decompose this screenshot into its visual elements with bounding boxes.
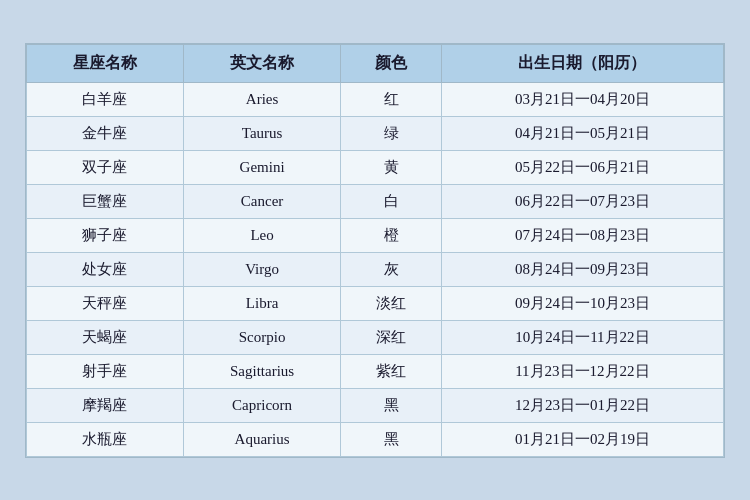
cell-1-2: 绿: [341, 116, 442, 150]
cell-0-3: 03月21日一04月20日: [441, 82, 723, 116]
table-row: 巨蟹座Cancer白06月22日一07月23日: [27, 184, 724, 218]
cell-7-3: 10月24日一11月22日: [441, 320, 723, 354]
cell-5-1: Virgo: [183, 252, 340, 286]
table-row: 金牛座Taurus绿04月21日一05月21日: [27, 116, 724, 150]
table-row: 白羊座Aries红03月21日一04月20日: [27, 82, 724, 116]
cell-6-3: 09月24日一10月23日: [441, 286, 723, 320]
cell-1-3: 04月21日一05月21日: [441, 116, 723, 150]
cell-4-0: 狮子座: [27, 218, 184, 252]
cell-10-0: 水瓶座: [27, 422, 184, 456]
cell-6-2: 淡红: [341, 286, 442, 320]
cell-0-1: Aries: [183, 82, 340, 116]
cell-5-0: 处女座: [27, 252, 184, 286]
cell-7-0: 天蝎座: [27, 320, 184, 354]
cell-4-2: 橙: [341, 218, 442, 252]
header-col-3: 出生日期（阳历）: [441, 44, 723, 82]
table-row: 射手座Sagittarius紫红11月23日一12月22日: [27, 354, 724, 388]
cell-3-3: 06月22日一07月23日: [441, 184, 723, 218]
table-row: 天蝎座Scorpio深红10月24日一11月22日: [27, 320, 724, 354]
cell-3-1: Cancer: [183, 184, 340, 218]
cell-0-2: 红: [341, 82, 442, 116]
header-col-1: 英文名称: [183, 44, 340, 82]
cell-5-3: 08月24日一09月23日: [441, 252, 723, 286]
cell-2-2: 黄: [341, 150, 442, 184]
cell-10-2: 黑: [341, 422, 442, 456]
header-col-0: 星座名称: [27, 44, 184, 82]
cell-2-0: 双子座: [27, 150, 184, 184]
cell-2-1: Gemini: [183, 150, 340, 184]
cell-8-2: 紫红: [341, 354, 442, 388]
cell-0-0: 白羊座: [27, 82, 184, 116]
cell-4-1: Leo: [183, 218, 340, 252]
cell-3-2: 白: [341, 184, 442, 218]
cell-8-0: 射手座: [27, 354, 184, 388]
zodiac-table-container: 星座名称英文名称颜色出生日期（阳历） 白羊座Aries红03月21日一04月20…: [25, 43, 725, 458]
table-row: 处女座Virgo灰08月24日一09月23日: [27, 252, 724, 286]
cell-8-1: Sagittarius: [183, 354, 340, 388]
table-body: 白羊座Aries红03月21日一04月20日金牛座Taurus绿04月21日一0…: [27, 82, 724, 456]
cell-5-2: 灰: [341, 252, 442, 286]
cell-10-1: Aquarius: [183, 422, 340, 456]
zodiac-table: 星座名称英文名称颜色出生日期（阳历） 白羊座Aries红03月21日一04月20…: [26, 44, 724, 457]
cell-1-1: Taurus: [183, 116, 340, 150]
table-header-row: 星座名称英文名称颜色出生日期（阳历）: [27, 44, 724, 82]
cell-8-3: 11月23日一12月22日: [441, 354, 723, 388]
table-row: 狮子座Leo橙07月24日一08月23日: [27, 218, 724, 252]
cell-6-1: Libra: [183, 286, 340, 320]
cell-2-3: 05月22日一06月21日: [441, 150, 723, 184]
cell-3-0: 巨蟹座: [27, 184, 184, 218]
table-row: 天秤座Libra淡红09月24日一10月23日: [27, 286, 724, 320]
cell-7-2: 深红: [341, 320, 442, 354]
cell-4-3: 07月24日一08月23日: [441, 218, 723, 252]
header-col-2: 颜色: [341, 44, 442, 82]
cell-7-1: Scorpio: [183, 320, 340, 354]
cell-1-0: 金牛座: [27, 116, 184, 150]
cell-9-2: 黑: [341, 388, 442, 422]
cell-9-0: 摩羯座: [27, 388, 184, 422]
cell-6-0: 天秤座: [27, 286, 184, 320]
cell-9-1: Capricorn: [183, 388, 340, 422]
table-row: 摩羯座Capricorn黑12月23日一01月22日: [27, 388, 724, 422]
table-row: 双子座Gemini黄05月22日一06月21日: [27, 150, 724, 184]
cell-10-3: 01月21日一02月19日: [441, 422, 723, 456]
cell-9-3: 12月23日一01月22日: [441, 388, 723, 422]
table-row: 水瓶座Aquarius黑01月21日一02月19日: [27, 422, 724, 456]
